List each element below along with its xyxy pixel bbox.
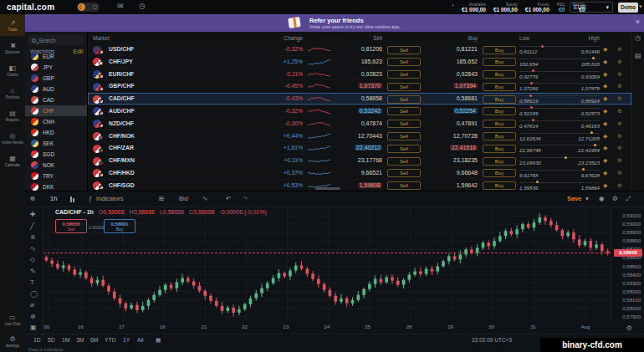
reward-icon[interactable]: ◈ xyxy=(603,182,607,189)
shapes-icon[interactable]: ◯ xyxy=(30,290,38,298)
axis-settings-gear-icon[interactable]: ⚙ xyxy=(626,324,632,332)
sell-button[interactable]: Sell xyxy=(387,46,421,54)
buy-button[interactable]: Buy xyxy=(483,107,516,115)
watchlist-item-aud[interactable]: AUD xyxy=(25,84,88,94)
reward-icon[interactable]: ◈ xyxy=(603,120,607,127)
wave-icon[interactable]: ∿ xyxy=(30,245,36,253)
sell-button[interactable]: Sell xyxy=(387,58,421,66)
fullscreen-icon[interactable]: ⤢ xyxy=(626,195,631,203)
market-row-eur-chf[interactable]: EUR/CHF-0,11%0,92823Sell0,92843Buy0,9277… xyxy=(88,69,631,81)
currency-select[interactable]: EUR ▾ xyxy=(570,2,613,13)
nav-item-calendar[interactable]: ▦Calendar xyxy=(0,150,25,171)
range-3m[interactable]: 3M xyxy=(76,337,84,343)
buy-button[interactable]: Buy xyxy=(483,145,516,153)
nav-item-portfolio[interactable]: ⌂Portfolio xyxy=(0,82,25,104)
watchlist-item-chf[interactable]: CHF xyxy=(25,105,88,116)
alert-icon[interactable]: ⊕ xyxy=(617,71,622,78)
text-icon[interactable]: T xyxy=(30,278,34,286)
buy-button[interactable]: Buy xyxy=(483,157,516,166)
timeframe-button[interactable]: 1h xyxy=(50,195,57,202)
undo-icon[interactable]: ↶ xyxy=(226,195,231,202)
sell-button[interactable]: Sell xyxy=(387,169,421,177)
theme-toggle[interactable]: ☾ xyxy=(77,3,100,12)
alert-icon[interactable]: ⊕ xyxy=(617,83,622,89)
chart-buy-button[interactable]: 0,58681 Buy xyxy=(104,219,135,233)
history-icon[interactable]: ◷ xyxy=(139,2,146,10)
nav-item-trade[interactable]: ↗Trade xyxy=(0,14,25,36)
crosshair-icon[interactable]: ✚ xyxy=(30,211,36,218)
bid-toggle[interactable]: Bid xyxy=(179,195,188,202)
collapse-chevron-icon[interactable]: › xyxy=(452,2,454,9)
reward-icon[interactable]: ◈ xyxy=(603,157,607,164)
market-row-chf-zar[interactable]: CHF/ZAR+1,81%22,40212Sell22,41516Buy21,9… xyxy=(88,142,631,155)
buy-button[interactable]: Buy xyxy=(483,95,516,104)
account-caret-icon[interactable]: ▾ xyxy=(639,3,642,10)
market-row-chf-jpy[interactable]: CHF/JPY+1,25%185,623Sell185,652Buy182,65… xyxy=(88,56,631,69)
reward-icon[interactable]: ◈ xyxy=(603,83,607,89)
buy-button[interactable]: Buy xyxy=(483,46,516,54)
save-button[interactable]: Save xyxy=(567,195,582,202)
sell-button[interactable]: Sell xyxy=(387,132,421,140)
sell-button[interactable]: Sell xyxy=(387,83,421,91)
buy-button[interactable]: Buy xyxy=(483,181,516,190)
market-row-usd-chf[interactable]: USD/CHF-0,32%0,81206Sell0,81221Buy0,8111… xyxy=(88,43,631,56)
range-1m[interactable]: 1M xyxy=(62,337,69,343)
price-axis[interactable]: 0,591000,590000,589000,588000,587000,586… xyxy=(611,207,644,321)
alert-icon[interactable]: ⊕ xyxy=(617,59,622,65)
range-5d[interactable]: 5D xyxy=(48,337,55,343)
indicators-button[interactable]: Indicators xyxy=(96,195,124,202)
save-caret-icon[interactable]: ▾ xyxy=(585,195,589,202)
reward-icon[interactable]: ◈ xyxy=(603,170,607,176)
sell-button[interactable]: Sell xyxy=(387,157,421,166)
lock-icon[interactable]: ▣ xyxy=(30,324,37,331)
market-row-aud-chf[interactable]: AUD/CHF-0,32%0,52242Sell0,52254Buy0,5218… xyxy=(88,105,631,118)
alert-icon[interactable]: ⊕ xyxy=(617,170,622,176)
market-row-chf-hkd[interactable]: CHF/HKD+0,37%9,66521Sell9,66648Buy9,6176… xyxy=(88,167,631,180)
brush-icon[interactable]: ✎ xyxy=(30,268,36,275)
recent-clock-icon[interactable]: ◷ xyxy=(635,34,641,42)
watchlist-item-cnh[interactable]: CNH xyxy=(25,116,88,127)
range-1d[interactable]: 1D xyxy=(33,337,41,343)
market-row-nzd-chf[interactable]: NZD/CHF-0,30%0,47874Sell0,47891Buy0,4781… xyxy=(88,118,631,130)
alert-icon[interactable]: ⊕ xyxy=(617,157,622,164)
account-mode-button[interactable]: Demo xyxy=(618,3,638,13)
reward-icon[interactable]: ◈ xyxy=(603,95,607,102)
market-row-cad-chf[interactable]: CAD/CHF-0,43%0,58658Sell0,58681Buy0,5861… xyxy=(88,93,631,105)
alert-icon[interactable]: ⊕ xyxy=(617,120,622,127)
search-input[interactable]: Search xyxy=(28,35,84,45)
sell-button[interactable]: Sell xyxy=(387,181,421,190)
add-order-icon[interactable]: ⊕ xyxy=(30,195,35,202)
sell-button[interactable]: Sell xyxy=(387,95,421,104)
buy-button[interactable]: Buy xyxy=(483,169,516,177)
redo-icon[interactable]: ↷ xyxy=(243,195,248,202)
layout-grid-icon[interactable]: ⊞ xyxy=(159,195,164,202)
watchlist-item-gbp[interactable]: GBP xyxy=(25,73,88,84)
kebab-menu-icon[interactable]: ⋮ xyxy=(560,3,567,10)
alert-icon[interactable]: ⊕ xyxy=(617,133,622,140)
alert-icon[interactable]: ⊕ xyxy=(617,108,622,115)
sell-button[interactable]: Sell xyxy=(387,107,421,115)
indicators-fx-icon[interactable]: ƒ xyxy=(89,195,92,202)
market-row-chf-mxn[interactable]: CHF/MXN+0,11%23,17768Sell23,18235Buy23,0… xyxy=(88,155,631,167)
nav-item-reports[interactable]: ▤Reports xyxy=(0,105,25,126)
watchlist-item-eur[interactable]: EUR xyxy=(25,51,88,62)
buy-button[interactable]: Buy xyxy=(483,120,516,128)
sell-button[interactable]: Sell xyxy=(387,120,421,128)
buy-button[interactable]: Buy xyxy=(483,70,516,79)
line-tool-icon[interactable]: ∿ xyxy=(202,195,207,202)
channel-icon[interactable]: ≋ xyxy=(30,233,36,241)
watchlist-item-sgd[interactable]: SGD xyxy=(25,149,88,160)
market-row-chf-nok[interactable]: CHF/NOK+0,44%12,70443Sell12,70728Buy12,6… xyxy=(88,130,631,143)
nav-item-live-chat[interactable]: ▭Live Chat xyxy=(0,309,25,330)
chart-type-icon[interactable] xyxy=(70,196,74,202)
watchlist-item-dkk[interactable]: DKK xyxy=(25,181,88,191)
nav-item-invite-friends[interactable]: ◎Invite friends xyxy=(0,127,25,149)
range-6m[interactable]: 6M xyxy=(90,337,98,343)
reward-icon[interactable]: ◈ xyxy=(603,133,607,140)
range-all[interactable]: All xyxy=(137,337,144,343)
calendar-range-icon[interactable]: ▦ xyxy=(156,337,161,344)
sell-button[interactable]: Sell xyxy=(387,70,421,79)
range-1y[interactable]: 1Y xyxy=(123,337,130,343)
watchlist-item-jpy[interactable]: JPY xyxy=(25,62,88,73)
news-icon[interactable]: ▤ xyxy=(635,52,641,59)
